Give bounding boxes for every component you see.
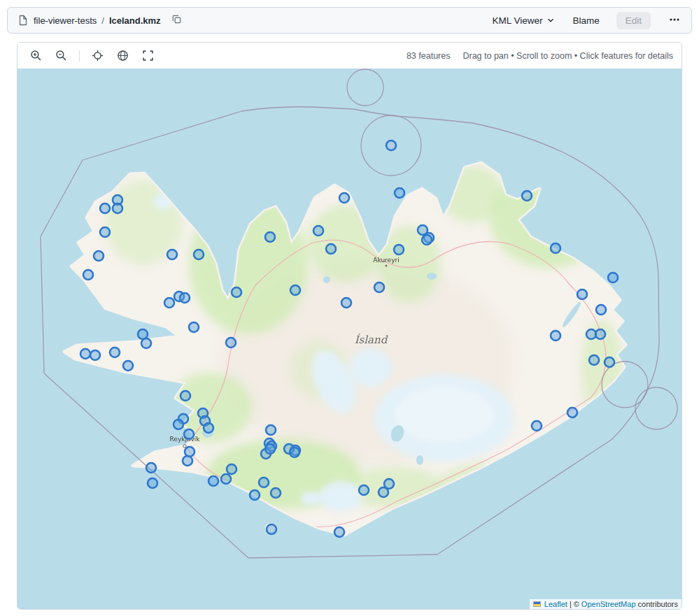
ukraine-flag-icon (533, 601, 541, 607)
map-feature-marker[interactable] (194, 250, 204, 259)
map-feature-marker[interactable] (589, 355, 599, 365)
map-feature-marker[interactable] (394, 245, 404, 255)
map-container[interactable]: Ísland Akureyri Reykjavík Leaflet | © Op… (17, 69, 682, 609)
map-feature-marker[interactable] (384, 479, 394, 489)
map-feature-marker[interactable] (204, 423, 213, 433)
map-feature-marker[interactable] (341, 298, 351, 308)
viewer-mode-dropdown[interactable]: KML Viewer (492, 15, 556, 26)
kml-viewer-panel: 83 features Drag to pan • Scroll to zoom… (17, 42, 682, 610)
map-feature-marker[interactable] (334, 527, 344, 537)
map-feature-marker[interactable] (250, 490, 260, 500)
map-tool-buttons (29, 48, 155, 63)
copy-icon (171, 14, 182, 27)
locate-button[interactable] (90, 48, 105, 63)
map-feature-marker[interactable] (422, 235, 432, 245)
breadcrumb-repo[interactable]: file-viewer-tests (34, 15, 97, 26)
map-feature-marker[interactable] (567, 408, 577, 417)
features-count: 83 features (407, 51, 451, 61)
map-feature-marker[interactable] (189, 322, 199, 332)
map-feature-marker[interactable] (83, 270, 93, 280)
map-feature-marker[interactable] (123, 361, 133, 371)
map-feature-marker[interactable] (146, 463, 156, 473)
map-feature-marker[interactable] (374, 282, 384, 292)
map-feature-marker[interactable] (184, 429, 194, 439)
chevron-down-icon (546, 15, 556, 25)
map-feature-marker[interactable] (595, 329, 605, 339)
globe-button[interactable] (115, 48, 130, 63)
osm-link[interactable]: OpenStreetMap (581, 600, 636, 608)
map-feature-marker[interactable] (110, 348, 120, 357)
map-feature-marker[interactable] (100, 227, 110, 237)
blame-button[interactable]: Blame (572, 15, 599, 26)
copy-path-button[interactable] (170, 13, 183, 28)
map-feature-marker[interactable] (227, 464, 236, 474)
town-label-akureyri: Akureyri (373, 257, 399, 264)
map-hint: Drag to pan • Scroll to zoom • Click fea… (463, 51, 673, 61)
map-feature-marker[interactable] (148, 478, 157, 488)
toolbar-divider (79, 50, 80, 62)
map-feature-marker[interactable] (596, 305, 606, 315)
breadcrumb: file-viewer-tests / Iceland.kmz (17, 13, 183, 28)
map-attribution: Leaflet | © OpenStreetMap contributors (530, 599, 682, 609)
breadcrumb-filename: Iceland.kmz (109, 15, 161, 26)
map-feature-marker[interactable] (551, 243, 560, 253)
map-feature-marker[interactable] (313, 226, 323, 236)
file-icon (17, 15, 29, 26)
map-feature-marker[interactable] (94, 251, 104, 261)
map-feature-marker[interactable] (267, 524, 276, 534)
map-toolbar: 83 features Drag to pan • Scroll to zoom… (17, 43, 682, 69)
map-feature-marker[interactable] (551, 331, 560, 341)
map-feature-marker[interactable] (522, 191, 532, 201)
map-feature-marker[interactable] (80, 349, 90, 359)
leaflet-link[interactable]: Leaflet (544, 600, 567, 608)
map-feature-marker[interactable] (181, 391, 190, 401)
map-feature-marker[interactable] (359, 485, 369, 495)
fullscreen-button[interactable] (141, 48, 155, 63)
country-label: Ísland (355, 334, 388, 346)
map-feature-marker[interactable] (271, 488, 281, 498)
map-status: 83 features Drag to pan • Scroll to zoom… (407, 51, 673, 61)
map-feature-marker[interactable] (174, 420, 183, 429)
map-feature-marker[interactable] (209, 476, 218, 486)
kebab-icon (669, 14, 680, 27)
map-feature-marker[interactable] (532, 421, 542, 431)
map-feature-marker[interactable] (326, 244, 336, 254)
map-feature-marker[interactable] (265, 444, 275, 454)
map-feature-marker[interactable] (141, 338, 151, 348)
header-actions: KML Viewer Blame Edit (492, 12, 682, 29)
map-feature-marker[interactable] (226, 338, 236, 348)
map-feature-marker[interactable] (290, 447, 299, 457)
map-feature-marker[interactable] (259, 478, 269, 487)
map-feature-marker[interactable] (232, 287, 241, 297)
edit-button[interactable]: Edit (616, 12, 651, 29)
map-feature-marker[interactable] (386, 141, 396, 150)
map-feature-marker[interactable] (90, 350, 100, 360)
map-feature-marker[interactable] (577, 289, 587, 299)
map-feature-marker[interactable] (167, 250, 177, 259)
map-feature-marker[interactable] (605, 357, 614, 367)
breadcrumb-separator: / (101, 15, 104, 26)
map-feature-marker[interactable] (185, 447, 195, 457)
map-feature-marker[interactable] (265, 232, 275, 242)
map-feature-marker[interactable] (608, 273, 618, 282)
map-feature-marker[interactable] (113, 203, 122, 213)
map-feature-marker[interactable] (100, 203, 110, 213)
zoom-in-button[interactable] (29, 48, 43, 63)
zoom-out-button[interactable] (54, 48, 69, 63)
map-feature-marker[interactable] (164, 298, 174, 308)
attribution-copyright: © (574, 600, 579, 608)
map-feature-marker[interactable] (180, 293, 190, 303)
map-feature-marker[interactable] (290, 285, 300, 295)
more-options-button[interactable] (668, 13, 682, 29)
map-feature-marker[interactable] (339, 193, 349, 203)
map-feature-marker[interactable] (183, 456, 192, 466)
map-feature-marker[interactable] (266, 425, 276, 435)
reykjavik-dot (183, 445, 186, 447)
viewer-mode-label: KML Viewer (492, 15, 542, 26)
map-feature-marker[interactable] (221, 474, 231, 484)
file-header: file-viewer-tests / Iceland.kmz KML View… (7, 7, 692, 34)
map-feature-marker[interactable] (395, 188, 404, 198)
attribution-divider: | (570, 600, 572, 608)
attribution-contributors: contributors (638, 600, 678, 608)
akureyri-dot (385, 264, 387, 266)
